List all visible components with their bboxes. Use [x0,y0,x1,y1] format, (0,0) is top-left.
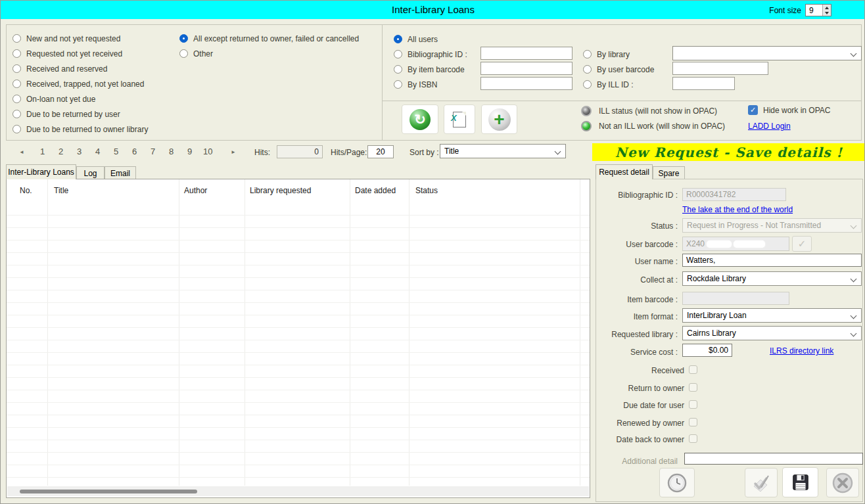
filter-on-loan[interactable]: On-loan not yet due [12,94,95,104]
not-ill-led-icon[interactable] [581,121,592,131]
tab-request-detail[interactable]: Request detail [596,164,653,179]
search-all-users[interactable]: All users [394,34,438,44]
spin-down-icon[interactable] [823,11,831,16]
column-header-library-requested[interactable]: Library requested [250,186,311,195]
work-title-link[interactable]: The lake at the end of the world [682,205,793,214]
not-ill-work-option[interactable]: Not an ILL work (will show in OPAC) [581,120,725,131]
ladd-login-link[interactable]: LADD Login [748,122,791,131]
filter-requested-not-received[interactable]: Requested not yet received [12,49,122,58]
page-number[interactable]: 1 [40,147,45,156]
page-number[interactable]: 8 [169,147,174,156]
column-header-no[interactable]: No. [20,186,32,195]
radio-icon[interactable] [12,49,21,58]
radio-icon[interactable] [12,95,21,103]
radio-icon[interactable] [394,80,402,89]
add-request-button[interactable]: + [481,104,517,134]
search-by-user-barcode[interactable]: By user barcode [583,64,654,74]
radio-selected-icon[interactable] [394,35,402,43]
radio-icon[interactable] [12,64,21,73]
radio-icon[interactable] [394,65,402,74]
renewed-by-owner-checkbox[interactable] [689,418,697,426]
service-cost-input[interactable]: $0.00 [682,344,732,357]
note-pencil-icon [750,473,772,493]
search-bibliographic-id[interactable]: Bibliographic ID : [394,49,467,59]
hide-work-checkbox[interactable]: ✓ [748,105,758,115]
hits-per-page-input[interactable]: 20 [367,145,394,158]
collect-at-select[interactable]: Rockdale Library [682,271,862,286]
column-header-author[interactable]: Author [184,186,207,195]
radio-icon[interactable] [12,110,21,118]
page-number[interactable]: 10 [203,147,212,156]
user-name-field[interactable]: Watters, [682,254,862,267]
search-by-library[interactable]: By library [583,49,630,59]
refresh-button[interactable]: ↻ [402,104,438,134]
radio-icon[interactable] [12,125,21,133]
ill-status-led-icon[interactable] [581,106,592,116]
page-number[interactable]: 9 [187,147,192,156]
search-item-barcode[interactable]: By item barcode [394,64,465,74]
radio-icon[interactable] [394,50,402,58]
column-header-status[interactable]: Status [415,186,438,195]
radio-icon[interactable] [12,34,21,43]
radio-icon[interactable] [583,65,592,74]
column-header-date-added[interactable]: Date added [355,186,396,195]
spin-up-icon[interactable] [823,5,831,11]
search-isbn[interactable]: By ISBN [394,80,437,89]
due-time-button[interactable] [659,468,695,497]
bibliographic-id-value: R0000341782 [686,190,736,199]
ill-status-option[interactable]: ILL status (will not show in OPAC) [581,105,717,116]
radio-icon[interactable] [179,49,188,58]
item-barcode-search-input[interactable] [480,62,573,75]
requested-library-select[interactable]: Cairns Library [682,326,862,340]
radio-icon[interactable] [583,50,592,58]
next-page-icon[interactable]: ► [231,149,236,155]
ilrs-directory-link[interactable]: ILRS directory link [770,346,833,355]
edit-note-button[interactable] [745,468,778,497]
radio-icon[interactable] [583,80,592,89]
filter-new-not-requested[interactable]: New and not yet requested [12,34,120,43]
page-number[interactable]: 2 [58,147,63,156]
export-excel-button[interactable]: X [444,104,475,134]
return-to-owner-checkbox[interactable] [689,383,697,392]
ill-id-input[interactable] [672,77,735,90]
additional-detail-input[interactable] [684,453,863,465]
tab-log[interactable]: Log [76,166,105,179]
loans-table: No. Title Author Library requested Date … [6,179,590,498]
save-button[interactable] [782,467,818,497]
font-size-spinner[interactable]: 9 [805,4,831,16]
filter-other[interactable]: Other [179,49,213,58]
horizontal-scrollbar[interactable] [7,486,589,496]
filter-due-returned-owner[interactable]: Due to be returned to owner library [12,124,148,134]
page-number[interactable]: 7 [151,147,155,156]
date-back-to-owner-checkbox[interactable] [689,434,697,443]
font-size-spin-buttons[interactable] [822,5,831,16]
page-number[interactable]: 6 [132,147,137,156]
item-format-select[interactable]: InterLibrary Loan [682,308,862,323]
due-date-for-user-checkbox[interactable] [689,400,697,409]
verify-user-button[interactable]: ✓ [792,236,812,252]
received-checkbox[interactable] [689,365,697,374]
tab-spare[interactable]: Spare [653,166,685,179]
cancel-button[interactable] [826,468,859,497]
scrollbar-thumb[interactable] [20,490,197,493]
page-number[interactable]: 4 [95,147,100,156]
tab-inter-library-loans[interactable]: Inter-Library Loans [6,164,76,179]
isbn-input[interactable] [480,77,573,90]
filter-received-reserved[interactable]: Received and reserved [12,64,107,74]
radio-icon[interactable] [12,80,21,88]
column-header-title[interactable]: Title [54,186,68,195]
search-by-ill-id[interactable]: By ILL ID : [583,80,634,89]
tab-email[interactable]: Email [105,166,136,179]
by-library-select[interactable] [672,46,862,60]
page-number[interactable]: 3 [77,147,82,156]
prev-page-icon[interactable]: ◄ [19,149,24,155]
bibliographic-id-input[interactable] [480,47,573,60]
radio-selected-icon[interactable] [179,34,188,43]
user-barcode-search-input[interactable] [672,62,768,75]
page-number[interactable]: 5 [114,147,118,156]
sort-by-label: Sort by : [409,148,439,157]
filter-all-except[interactable]: All except returned to owner, failed or … [179,34,359,43]
sort-by-select[interactable]: Title [440,144,566,158]
filter-due-returned-user[interactable]: Due to be returned by user [12,109,120,119]
filter-received-trapped[interactable]: Received, trapped, not yet loaned [12,79,144,89]
